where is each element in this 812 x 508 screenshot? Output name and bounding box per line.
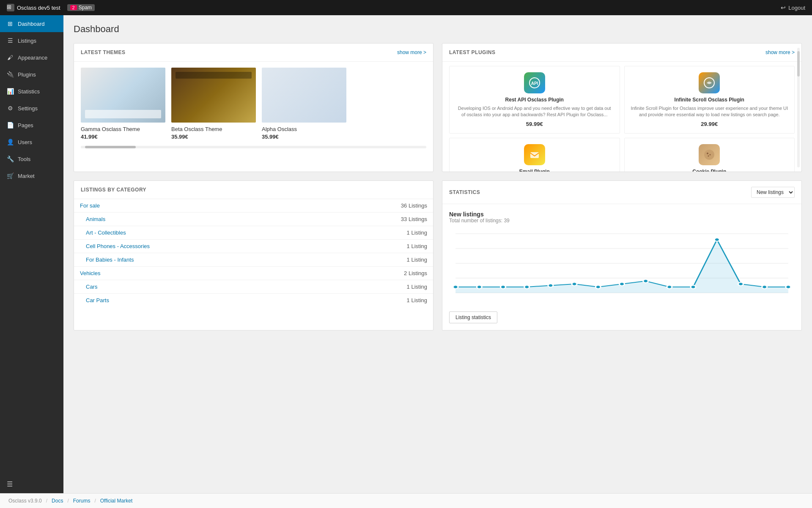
category-name[interactable]: Art - Collectibles bbox=[74, 226, 319, 240]
sidebar-item-statistics[interactable]: 📊Statistics bbox=[0, 83, 63, 100]
statistics-card-header: STATISTICS New listings Views Clicks bbox=[442, 181, 801, 204]
table-row: Animals33 Listings bbox=[74, 213, 433, 226]
plugins-show-more[interactable]: show more > bbox=[765, 49, 795, 55]
sidebar-item-settings[interactable]: ⚙Settings bbox=[0, 100, 63, 117]
category-count: 2 Listings bbox=[319, 267, 433, 280]
table-row: Cell Phones - Accessories1 Listing bbox=[74, 240, 433, 253]
sidebar-item-pages[interactable]: 📄Pages bbox=[0, 117, 63, 134]
topbar-right: ↩ Logout bbox=[781, 4, 805, 11]
sidebar-icon-market: 🛒 bbox=[7, 172, 14, 179]
svg-point-21 bbox=[643, 279, 648, 283]
sidebar-item-appearance[interactable]: 🖌Appearance bbox=[0, 49, 63, 66]
sidebar-toggle[interactable]: ☰ bbox=[0, 475, 63, 493]
themes-scrollbar-thumb bbox=[85, 146, 136, 148]
theme-price-1: 41.99€ bbox=[81, 134, 165, 140]
svg-text:API: API bbox=[531, 81, 538, 86]
plugins-card: LATEST PLUGINS show more > API Rest API … bbox=[442, 43, 802, 172]
statistics-chart-subtitle: Total number of listings: 39 bbox=[449, 218, 795, 224]
category-name[interactable]: For sale bbox=[74, 199, 319, 213]
table-row: Art - Collectibles1 Listing bbox=[74, 226, 433, 240]
page-title: Dashboard bbox=[74, 24, 802, 35]
plugin-desc-1: Developing IOS or Android App and you ne… bbox=[455, 105, 614, 118]
sidebar-icon-settings: ⚙ bbox=[7, 105, 14, 112]
sidebar-item-tools[interactable]: 🔧Tools bbox=[0, 150, 63, 167]
sidebar-label-tools: Tools bbox=[18, 156, 30, 162]
sidebar-label-users: Users bbox=[18, 139, 32, 145]
theme-name-1: Gamma Osclass Theme bbox=[81, 126, 165, 132]
theme-thumbnail-2 bbox=[171, 68, 256, 123]
statistics-dropdown[interactable]: New listings Views Clicks bbox=[751, 187, 795, 198]
sidebar-label-plugins: Plugins bbox=[18, 71, 36, 78]
sidebar-item-market[interactable]: 🛒Market bbox=[0, 167, 63, 184]
themes-container: Gamma Osclass Theme 41.99€ Beta Osclass … bbox=[74, 62, 433, 146]
table-row: For sale36 Listings bbox=[74, 199, 433, 213]
svg-point-7 bbox=[708, 155, 709, 156]
footer-forums-link[interactable]: Forums bbox=[73, 498, 91, 504]
footer-docs-link[interactable]: Docs bbox=[52, 498, 63, 504]
sidebar-icon-statistics: 📊 bbox=[7, 88, 14, 95]
topbar-left: ⊞ Osclass dev5 test 2 Spam bbox=[7, 4, 95, 11]
svg-point-4 bbox=[704, 150, 714, 160]
plugins-grid: API Rest API Osclass Plugin Developing I… bbox=[449, 66, 795, 172]
category-name[interactable]: Car Parts bbox=[74, 294, 319, 307]
table-row: Car Parts1 Listing bbox=[74, 294, 433, 307]
spam-badge[interactable]: 2 Spam bbox=[67, 4, 95, 11]
spam-label: Spam bbox=[79, 5, 92, 11]
sidebar-label-market: Market bbox=[18, 173, 35, 179]
themes-scrollbar[interactable] bbox=[81, 146, 426, 148]
footer-market-link[interactable]: Official Market bbox=[100, 498, 132, 504]
sidebar-item-plugins[interactable]: 🔌Plugins bbox=[0, 66, 63, 83]
sidebar-item-listings[interactable]: ☰Listings bbox=[0, 32, 63, 49]
svg-point-14 bbox=[477, 285, 482, 289]
category-name[interactable]: Vehicles bbox=[74, 267, 319, 280]
listings-category-title: LISTINGS BY CATEGORY bbox=[81, 187, 146, 193]
sidebar-label-dashboard: Dashboard bbox=[18, 21, 45, 27]
site-name[interactable]: ⊞ Osclass dev5 test bbox=[7, 4, 60, 11]
plugin-price-1: 59.99€ bbox=[455, 121, 614, 127]
themes-show-more[interactable]: show more > bbox=[397, 49, 426, 55]
theme-item-3: Alpha Osclass 35.99€ bbox=[262, 68, 346, 140]
footer: Osclass v3.9.0 / Docs / Forums / Officia… bbox=[0, 493, 812, 508]
svg-rect-3 bbox=[530, 152, 539, 158]
category-name[interactable]: Animals bbox=[74, 213, 319, 226]
svg-point-25 bbox=[738, 282, 743, 286]
category-name[interactable]: Cell Phones - Accessories bbox=[74, 240, 319, 253]
logout-button[interactable]: Logout bbox=[788, 5, 805, 11]
svg-point-24 bbox=[714, 238, 719, 241]
theme-name-2: Beta Osclass Theme bbox=[171, 126, 256, 132]
logout-icon: ↩ bbox=[781, 4, 786, 11]
plugins-scrollbar-track[interactable] bbox=[797, 48, 800, 167]
themes-list: Gamma Osclass Theme 41.99€ Beta Osclass … bbox=[81, 68, 426, 140]
sidebar-icon-listings: ☰ bbox=[7, 37, 14, 44]
category-name[interactable]: For Babies - Infants bbox=[74, 253, 319, 267]
sidebar-icon-pages: 📄 bbox=[7, 122, 14, 128]
svg-point-19 bbox=[595, 285, 601, 289]
category-count: 1 Listing bbox=[319, 253, 433, 267]
category-count: 1 Listing bbox=[319, 294, 433, 307]
plugin-item-4: Cookie Plugin bbox=[624, 138, 795, 172]
plugin-icon-scroll bbox=[699, 72, 720, 93]
plugins-scrollbar-thumb bbox=[797, 51, 800, 76]
layout: ⊞Dashboard☰Listings🖌Appearance🔌Plugins📊S… bbox=[0, 15, 812, 493]
sidebar-item-users[interactable]: 👤Users bbox=[0, 134, 63, 150]
statistics-chart bbox=[449, 229, 795, 306]
listing-statistics-button[interactable]: Listing statistics bbox=[449, 311, 497, 323]
category-name[interactable]: Cars bbox=[74, 280, 319, 294]
theme-item-2: Beta Osclass Theme 35.99€ bbox=[171, 68, 256, 140]
sidebar: ⊞Dashboard☰Listings🖌Appearance🔌Plugins📊S… bbox=[0, 15, 63, 493]
listings-by-category-card: LISTINGS BY CATEGORY For sale36 Listings… bbox=[74, 180, 433, 330]
sidebar-label-pages: Pages bbox=[18, 122, 33, 128]
plugin-icon-email bbox=[524, 144, 545, 165]
sidebar-icon-users: 👤 bbox=[7, 139, 14, 145]
category-count: 33 Listings bbox=[319, 213, 433, 226]
topbar: ⊞ Osclass dev5 test 2 Spam ↩ Logout bbox=[0, 0, 812, 15]
plugin-name-4: Cookie Plugin bbox=[631, 169, 789, 172]
sidebar-item-dashboard[interactable]: ⊞Dashboard bbox=[0, 15, 63, 32]
themes-card: LATEST THEMES show more > Gamma Osclass … bbox=[74, 43, 433, 172]
themes-section-title: LATEST THEMES bbox=[81, 49, 126, 55]
svg-point-6 bbox=[710, 154, 711, 155]
sidebar-label-settings: Settings bbox=[18, 105, 38, 112]
svg-point-26 bbox=[762, 285, 767, 289]
category-count: 36 Listings bbox=[319, 199, 433, 213]
menu-icon: ☰ bbox=[7, 481, 13, 488]
